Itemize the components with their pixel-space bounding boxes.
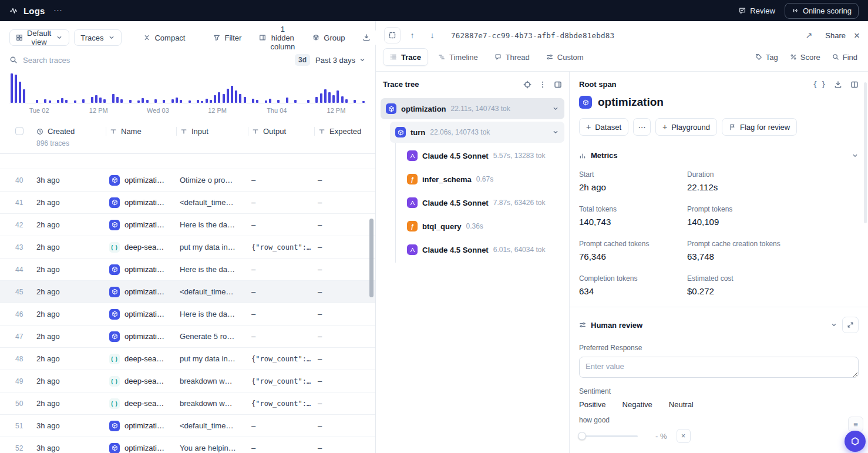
- trace-tree-node[interactable]: Claude 4.5 Sonnet7.87s, 63426 tok: [402, 192, 564, 213]
- open-in-new-button[interactable]: ↗: [800, 27, 817, 43]
- compact-toggle[interactable]: Compact: [137, 29, 191, 46]
- header-expected[interactable]: Expected: [329, 127, 361, 136]
- table-row[interactable]: 523h agooptimizati…You are helpin…––: [0, 437, 375, 453]
- next-trace-button[interactable]: ↓: [424, 27, 440, 43]
- close-button[interactable]: ×: [854, 31, 860, 41]
- panel-toggle-icon[interactable]: [554, 80, 562, 89]
- preferred-response-input[interactable]: [579, 357, 859, 378]
- tab-thread[interactable]: Thread: [488, 48, 536, 66]
- score-slider[interactable]: [579, 435, 638, 437]
- table-row[interactable]: 452h agooptimizati…<default_time…––: [0, 281, 375, 303]
- table-row[interactable]: 422h agooptimizati…Here is the da…––: [0, 214, 375, 236]
- trace-id[interactable]: 762887e7-cc99-4b73-afbf-d8bde81ebd83: [451, 31, 614, 40]
- search-icon: [9, 56, 18, 64]
- view-selector[interactable]: Default view: [9, 29, 69, 46]
- header-name[interactable]: Name: [121, 127, 142, 136]
- focus-mode-button[interactable]: [384, 27, 401, 43]
- json-view-icon[interactable]: { }: [813, 80, 826, 89]
- field-icon: [110, 128, 117, 135]
- table-row[interactable]: 412h agooptimizati…<default_time…––: [0, 192, 375, 214]
- more-actions-button[interactable]: ⋯: [633, 118, 651, 136]
- header-output[interactable]: Output: [263, 127, 286, 136]
- filter-button[interactable]: Filter: [207, 29, 248, 46]
- sentiment-positive[interactable]: Positive: [579, 400, 606, 409]
- online-scoring-button[interactable]: Online scoring: [785, 3, 859, 19]
- hidden-columns-button[interactable]: 1 hidden column: [253, 29, 301, 46]
- expand-icon: [847, 321, 854, 328]
- histogram-bar: [73, 100, 77, 103]
- trace-tree-node[interactable]: ƒinfer_schema0.67s: [402, 169, 564, 190]
- share-button[interactable]: Share: [825, 31, 846, 40]
- cell-name: optimizati…: [106, 264, 176, 275]
- cell-name: optimizati…: [106, 421, 176, 431]
- clear-score-button[interactable]: ×: [677, 429, 691, 443]
- score-button[interactable]: Score: [790, 53, 820, 62]
- table-row[interactable]: 492h ago( )deep-sea…breakdown w…{"row_co…: [0, 370, 375, 392]
- trace-tree-node[interactable]: Claude 4.5 Sonnet6.01s, 64034 tok: [402, 239, 564, 260]
- metric: Start2h ago: [579, 170, 687, 192]
- tag-button[interactable]: Tag: [755, 53, 778, 62]
- table-row[interactable]: 442h agooptimizati…Here is the da…––: [0, 259, 375, 281]
- table-row[interactable]: 482h ago( )deep-sea…put my data in…{"row…: [0, 348, 375, 370]
- code-icon: ( ): [109, 376, 120, 387]
- find-button[interactable]: Find: [832, 53, 857, 62]
- histogram-bar: [217, 92, 221, 103]
- histogram-bar: [268, 99, 272, 103]
- trace-tree-node[interactable]: turn22.06s, 140743 tok: [390, 122, 564, 143]
- trace-tree-node[interactable]: ƒbtql_query0.36s: [402, 216, 564, 237]
- tab-timeline[interactable]: Timeline: [432, 48, 485, 66]
- add-to-dataset-button[interactable]: +Dataset: [579, 118, 628, 136]
- review-button[interactable]: Review: [739, 6, 775, 15]
- flag-label: Flag for review: [740, 123, 790, 132]
- open-in-playground-button[interactable]: +Playground: [655, 118, 717, 136]
- slider-knob[interactable]: [578, 432, 586, 440]
- chevron-down-icon[interactable]: [830, 321, 837, 328]
- select-all-checkbox[interactable]: [15, 127, 23, 135]
- trace-tree-node[interactable]: optimization22.11s, 140743 tok: [381, 98, 564, 119]
- more-menu-icon[interactable]: ⋯: [51, 5, 65, 16]
- chevron-down-icon[interactable]: [552, 105, 559, 112]
- source-selector[interactable]: Traces: [74, 29, 122, 46]
- kebab-menu-icon[interactable]: [539, 80, 547, 89]
- assistant-fab-button[interactable]: [845, 431, 866, 452]
- search-input[interactable]: [23, 56, 290, 65]
- tab-custom[interactable]: Custom: [540, 48, 590, 66]
- tab-trace[interactable]: Trace: [383, 48, 428, 66]
- table-row[interactable]: 462h agooptimizati…Here is the da…––: [0, 303, 375, 326]
- histogram-bar: [230, 86, 234, 103]
- traces-histogram[interactable]: Tue 02 12 PM Wed 03 12 PM Thu 04 12 PM: [0, 72, 375, 118]
- table-row[interactable]: 432h ago( )deep-sea…put my data in…{"row…: [0, 236, 375, 259]
- app-logo-icon[interactable]: [9, 6, 18, 15]
- expand-review-button[interactable]: [842, 317, 859, 333]
- table-row[interactable]: 502h ago( )deep-sea…breakdown w…{"row_co…: [0, 392, 375, 415]
- crosshair-icon[interactable]: [523, 80, 531, 89]
- group-button[interactable]: Group: [306, 29, 351, 46]
- hidden-columns-label: 1 hidden column: [270, 25, 295, 51]
- sentiment-neutral[interactable]: Neutral: [669, 400, 694, 409]
- traces-count: 896 traces: [36, 139, 106, 147]
- previous-trace-button[interactable]: ↑: [404, 27, 420, 43]
- header-created[interactable]: Created: [48, 127, 75, 136]
- cell-input: Here is the da…: [176, 310, 248, 318]
- header-input[interactable]: Input: [191, 127, 208, 136]
- chevron-down-icon[interactable]: [852, 152, 859, 159]
- time-range-selector[interactable]: Past 3 days: [315, 56, 366, 65]
- arrow-up-icon: ↑: [411, 31, 415, 40]
- flag-for-review-button[interactable]: Flag for review: [722, 118, 797, 136]
- time-range-label: Past 3 days: [315, 56, 355, 65]
- vertical-scrollbar[interactable]: [369, 219, 374, 297]
- table-row[interactable]: 513h agooptimizati…<default_time…––: [0, 415, 375, 437]
- sentiment-negative[interactable]: Negative: [623, 400, 652, 409]
- histogram-bar: [255, 100, 260, 103]
- side-drawer-handle[interactable]: ≡: [848, 417, 863, 432]
- export-button[interactable]: [356, 29, 377, 46]
- vertical-scrollbar[interactable]: [864, 82, 867, 223]
- table-row[interactable]: 403h agooptimizati…Otimize o pro…––: [0, 169, 375, 192]
- metric: Estimated cost$0.272: [687, 274, 859, 296]
- download-icon[interactable]: [834, 80, 842, 89]
- table-row[interactable]: 472h agooptimizati…Generate 5 ro…––: [0, 326, 375, 348]
- split-columns-icon[interactable]: [850, 80, 859, 89]
- row-number: 44: [0, 266, 35, 274]
- trace-tree-node[interactable]: Claude 4.5 Sonnet5.57s, 13283 tok: [402, 145, 564, 166]
- chevron-down-icon[interactable]: [552, 129, 559, 136]
